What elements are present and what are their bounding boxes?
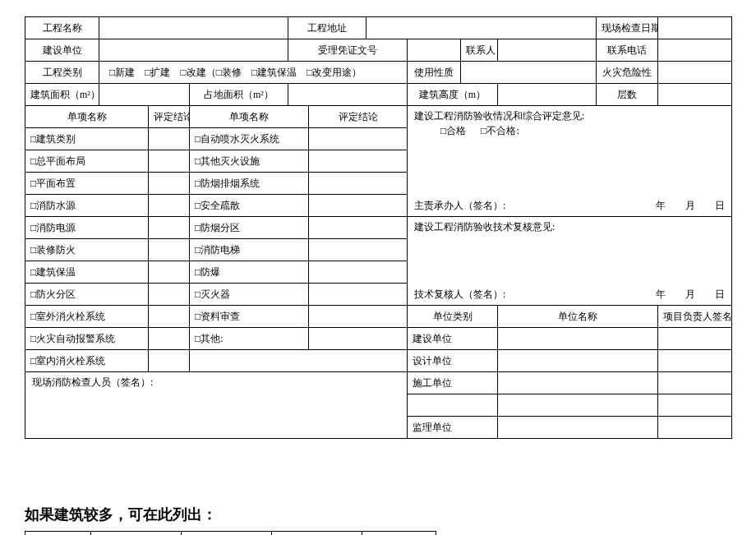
field-project-addr[interactable] — [366, 17, 597, 39]
item-r-3[interactable]: □安全疏散 — [190, 195, 309, 217]
label-project-type: 工程类别 — [25, 62, 99, 84]
unit-sign-3[interactable] — [658, 394, 732, 417]
main-form-table: 工程名称 工程地址 现场检查日期 建设单位 受理凭证文号 联系人 联系电话 工程… — [25, 16, 732, 439]
note-heading: 如果建筑较多，可在此列出： — [25, 505, 731, 524]
bh-name: 名称 — [25, 532, 91, 536]
field-cert-no[interactable] — [408, 39, 461, 62]
label-land-area: 占地面积（m²） — [190, 84, 288, 106]
label-height: 建筑高度（m） — [408, 84, 498, 106]
opinion-box-1[interactable]: 建设工程消防验收情况和综合评定意见: □合格 □不合格: 主责承办人（签名）: … — [408, 106, 732, 217]
unit-sign-4[interactable] — [658, 417, 732, 439]
field-use-nature[interactable] — [461, 62, 597, 84]
verdict-r-8[interactable] — [309, 306, 408, 328]
item-l-3[interactable]: □消防水源 — [25, 195, 149, 217]
verdict-l-1[interactable] — [149, 150, 190, 173]
verdict-r-1[interactable] — [309, 150, 408, 173]
opinion-box-2[interactable]: 建设工程消防验收技术复核意见: 技术复核人（签名）: 年 月 日 — [408, 217, 732, 306]
field-build-unit[interactable] — [99, 39, 288, 62]
item-r-6[interactable]: □防爆 — [190, 261, 309, 284]
item-r-2[interactable]: □防烟排烟系统 — [190, 173, 309, 195]
item-r-0[interactable]: □自动喷水灭火系统 — [190, 128, 309, 150]
row-project-type: 工程类别 □新建 □扩建 □改建（□装修 □建筑保温 □改变用途） 使用性质 火… — [25, 62, 732, 84]
verdict-r-3[interactable] — [309, 195, 408, 217]
field-fire-hazard[interactable] — [658, 62, 732, 84]
verdict-r-5[interactable] — [309, 239, 408, 261]
bh-height: 建筑高度（m） — [272, 532, 362, 536]
item-l-6[interactable]: □建筑保温 — [25, 261, 149, 284]
item-r-8[interactable]: □资料审查 — [190, 306, 309, 328]
unit-sign-0[interactable] — [658, 328, 732, 350]
unit-type-0: 建设单位 — [408, 328, 498, 350]
label-fire-hazard: 火灾危险性 — [597, 62, 658, 84]
item-r-1[interactable]: □其他灭火设施 — [190, 150, 309, 173]
verdict-r-0[interactable] — [309, 128, 408, 150]
field-floor-area[interactable] — [99, 84, 190, 106]
field-inspect-date[interactable] — [658, 17, 732, 39]
unit-name-2[interactable] — [498, 372, 658, 394]
item-r-7[interactable]: □灭火器 — [190, 284, 309, 306]
field-contact[interactable] — [498, 39, 597, 62]
unit-name-3[interactable] — [498, 394, 658, 417]
label-inspect-date: 现场检查日期 — [597, 17, 658, 39]
verdict-l-9[interactable] — [149, 328, 190, 350]
row-area: 建筑面积（m²） 占地面积（m²） 建筑高度（m） 层数 — [25, 84, 732, 106]
inspector-box[interactable]: 现场消防检查人员（签名）: — [25, 372, 408, 439]
verdict-l-10[interactable] — [149, 350, 190, 372]
item-l-8[interactable]: □室外消火栓系统 — [25, 306, 149, 328]
opinion2-date: 年 月 日 — [656, 288, 725, 302]
unit-type-1: 设计单位 — [408, 350, 498, 372]
field-project-type-opts[interactable]: □新建 □扩建 □改建（□装修 □建筑保温 □改变用途） — [99, 62, 408, 84]
item-l-2[interactable]: □平面布置 — [25, 173, 149, 195]
verdict-l-6[interactable] — [149, 261, 190, 284]
label-item-name-r: 单项名称 — [190, 106, 309, 128]
unit-hdr-type: 单位类别 — [408, 306, 498, 328]
verdict-l-8[interactable] — [149, 306, 190, 328]
verdict-r-6[interactable] — [309, 261, 408, 284]
opinion2-signer: 技术复核人（签名）: — [414, 288, 505, 302]
field-phone[interactable] — [658, 39, 732, 62]
label-project-addr: 工程地址 — [288, 17, 366, 39]
label-verdict-l: 评定结论 — [149, 106, 190, 128]
verdict-l-7[interactable] — [149, 284, 190, 306]
unit-sign-1[interactable] — [658, 350, 732, 372]
unit-type-2: 施工单位 — [408, 372, 498, 394]
item-l-0[interactable]: □建筑类别 — [25, 128, 149, 150]
unit-type-3 — [408, 394, 498, 417]
item-r-9[interactable]: □其他: — [190, 328, 309, 350]
label-use-nature: 使用性质 — [408, 62, 461, 84]
inspector-label: 现场消防检查人员（签名）: — [32, 376, 153, 388]
verdict-r-2[interactable] — [309, 173, 408, 195]
verdict-l-5[interactable] — [149, 239, 190, 261]
field-height[interactable] — [498, 84, 597, 106]
unit-name-1[interactable] — [498, 350, 658, 372]
verdict-r-4[interactable] — [309, 217, 408, 239]
verdict-l-4[interactable] — [149, 217, 190, 239]
bh-area: 建筑面积(m²) — [91, 532, 182, 536]
item-l-4[interactable]: □消防电源 — [25, 217, 149, 239]
unit-name-4[interactable] — [498, 417, 658, 439]
verdict-r-7[interactable] — [309, 284, 408, 306]
item-l-5[interactable]: □装修防火 — [25, 239, 149, 261]
field-project-name[interactable] — [99, 17, 288, 39]
item-r-4[interactable]: □防烟分区 — [190, 217, 309, 239]
unit-sign-2[interactable] — [658, 372, 732, 394]
unit-name-0[interactable] — [498, 328, 658, 350]
item-l-7[interactable]: □防火分区 — [25, 284, 149, 306]
verdict-r-9[interactable] — [309, 328, 408, 350]
verdict-l-0[interactable] — [149, 128, 190, 150]
opinion1-fail[interactable]: □不合格: — [481, 125, 519, 136]
verdict-l-3[interactable] — [149, 195, 190, 217]
label-phone: 联系电话 — [597, 39, 658, 62]
field-land-area[interactable] — [288, 84, 408, 106]
verdict-l-2[interactable] — [149, 173, 190, 195]
opinion1-pass[interactable]: □合格 — [440, 125, 466, 136]
item-r-5[interactable]: □消防电梯 — [190, 239, 309, 261]
label-item-name-l: 单项名称 — [25, 106, 149, 128]
label-cert-no: 受理凭证文号 — [288, 39, 408, 62]
item-l-1[interactable]: □总平面布局 — [25, 150, 149, 173]
item-l-9[interactable]: □火灾自动报警系统 — [25, 328, 149, 350]
field-floors[interactable] — [658, 84, 732, 106]
row-item-header: 单项名称 评定结论 单项名称 评定结论 建设工程消防验收情况和综合评定意见: □… — [25, 106, 732, 128]
item-l-10[interactable]: □室内消火栓系统 — [25, 350, 149, 372]
opinion1-date: 年 月 日 — [656, 199, 725, 213]
